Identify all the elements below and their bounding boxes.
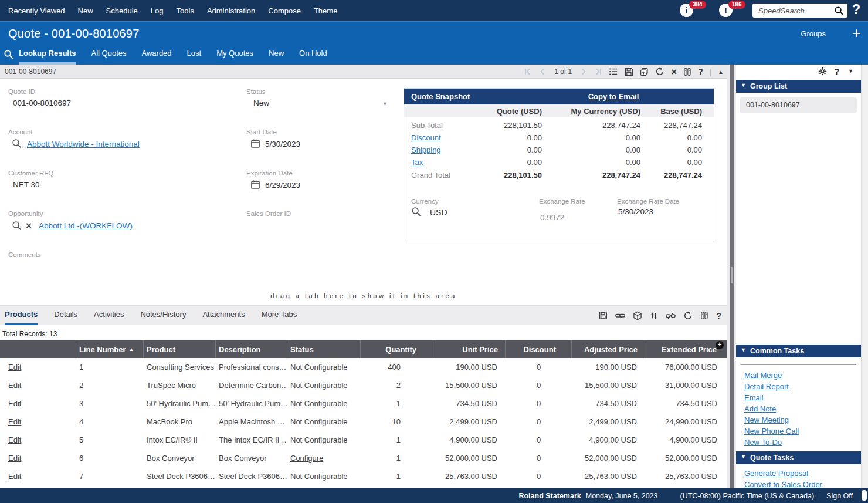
new-phone-call-link[interactable]: New Phone Call xyxy=(744,426,861,437)
first-record-icon[interactable] xyxy=(524,67,532,76)
column-quantity[interactable]: Quantity xyxy=(361,340,432,358)
tab-products[interactable]: Products xyxy=(5,306,38,325)
tab-notes-history[interactable]: Notes/History xyxy=(140,306,186,325)
scrollbar-thumb[interactable] xyxy=(862,490,867,501)
edit-link[interactable]: Edit xyxy=(0,376,76,394)
tab-on-hold[interactable]: On Hold xyxy=(299,45,327,65)
sort-icon[interactable] xyxy=(650,311,658,320)
panel-splitter[interactable] xyxy=(727,65,736,488)
status-dropdown-icon[interactable]: ▼ xyxy=(382,101,388,107)
menu-recently-viewed[interactable]: Recently Viewed xyxy=(8,6,65,15)
mail-merge-link[interactable]: Mail Merge xyxy=(744,370,861,381)
grid-refresh-icon[interactable] xyxy=(683,311,693,320)
next-record-icon[interactable] xyxy=(579,67,588,76)
tab-awarded[interactable]: Awarded xyxy=(142,45,172,65)
edit-link[interactable]: Edit xyxy=(0,358,76,376)
expiration-date-calendar-icon[interactable] xyxy=(250,180,260,190)
menu-compose[interactable]: Compose xyxy=(268,6,301,15)
tab-details[interactable]: Details xyxy=(54,306,77,325)
detail-report-link[interactable]: Detail Report xyxy=(744,381,861,392)
gear-icon[interactable] xyxy=(818,67,827,76)
tab-activities[interactable]: Activities xyxy=(94,306,124,325)
quote-tasks-header[interactable]: ▼ Quote Tasks xyxy=(736,451,861,464)
sign-off-button[interactable]: Sign Off xyxy=(826,492,853,500)
account-link[interactable]: Abbott Worldwide - International xyxy=(27,140,140,148)
field-chooser-icon[interactable] xyxy=(683,67,691,76)
collapse-panel-icon[interactable]: ▲ xyxy=(718,69,724,75)
add-column-icon[interactable]: + xyxy=(716,341,724,349)
record-help-icon[interactable]: ? xyxy=(698,67,703,76)
edit-link[interactable]: Edit xyxy=(0,431,76,449)
delete-record-icon[interactable]: × xyxy=(671,67,677,76)
lookup-search-icon[interactable] xyxy=(4,49,13,59)
shipping-link[interactable]: Shipping xyxy=(411,146,441,154)
sidebar-help-icon[interactable]: ? xyxy=(834,66,839,76)
generate-proposal-link[interactable]: Generate Proposal xyxy=(744,468,861,479)
menu-log[interactable]: Log xyxy=(151,6,164,15)
tab-new[interactable]: New xyxy=(269,45,284,65)
speedsearch-input[interactable] xyxy=(758,4,833,17)
list-view-icon[interactable] xyxy=(609,67,618,76)
copy-to-email-link[interactable]: Copy to Email xyxy=(588,92,639,101)
column-status[interactable]: Status xyxy=(287,340,361,358)
last-record-icon[interactable] xyxy=(594,67,602,76)
email-link[interactable]: Email xyxy=(744,392,861,403)
start-date-calendar-icon[interactable] xyxy=(250,139,260,148)
edit-link[interactable]: Edit xyxy=(0,467,76,485)
sidebar-menu-caret-icon[interactable]: ▼ xyxy=(848,68,853,74)
link-icon[interactable] xyxy=(615,312,625,319)
group-list-item[interactable]: 001-00-8010697 xyxy=(740,97,857,113)
column-description[interactable]: Description xyxy=(216,340,287,358)
status-select-value[interactable]: New xyxy=(253,99,269,107)
unlink-icon[interactable] xyxy=(666,312,676,320)
opportunity-link[interactable]: Abbott Ltd.-(WORKFLOW) xyxy=(39,221,133,230)
tab-lookup-results[interactable]: Lookup Results xyxy=(19,45,76,65)
edit-link[interactable]: Edit xyxy=(0,449,76,467)
column-unit-price[interactable]: Unit Price xyxy=(432,340,506,358)
menu-schedule[interactable]: Schedule xyxy=(106,6,138,15)
tab-all-quotes[interactable]: All Quotes xyxy=(91,45,127,65)
sidebar-scrollbar[interactable] xyxy=(861,65,868,488)
group-list-header[interactable]: ▼ Group List xyxy=(736,80,861,93)
add-icon[interactable]: + xyxy=(852,24,861,42)
search-icon[interactable] xyxy=(834,6,844,16)
refresh-icon[interactable] xyxy=(655,67,664,76)
currency-lookup-icon[interactable] xyxy=(411,207,421,217)
tab-lost[interactable]: Lost xyxy=(187,45,202,65)
column-discount[interactable]: Discount xyxy=(506,340,572,358)
help-icon[interactable]: ? xyxy=(852,2,860,18)
edit-link[interactable]: Edit xyxy=(0,413,76,431)
column-extended-price[interactable]: Extended Price xyxy=(645,340,727,358)
new-meeting-link[interactable]: New Meeting xyxy=(744,414,861,426)
column-adjusted-price[interactable]: Adjusted Price xyxy=(572,340,645,358)
opportunity-clear-icon[interactable]: × xyxy=(26,221,32,231)
opportunity-lookup-icon[interactable] xyxy=(12,221,22,231)
info-notifications-icon[interactable]: i 384 xyxy=(680,4,693,17)
add-note-link[interactable]: Add Note xyxy=(744,403,861,414)
previous-record-icon[interactable] xyxy=(538,67,547,76)
groups-button[interactable]: Groups xyxy=(801,29,826,38)
splitter-handle-icon[interactable] xyxy=(731,267,733,283)
tab-attachments[interactable]: Attachments xyxy=(202,306,245,325)
grid-save-icon[interactable] xyxy=(599,311,608,320)
menu-administration[interactable]: Administration xyxy=(207,6,255,15)
column-product[interactable]: Product xyxy=(144,340,216,358)
grid-field-chooser-icon[interactable] xyxy=(700,311,708,320)
menu-tools[interactable]: Tools xyxy=(177,6,194,15)
package-icon[interactable] xyxy=(633,311,642,320)
copy-record-icon[interactable] xyxy=(640,67,649,76)
common-tasks-header[interactable]: ▼ Common Tasks xyxy=(736,345,861,357)
new-to-do-link[interactable]: New To-Do xyxy=(744,437,861,448)
discount-link[interactable]: Discount xyxy=(411,133,441,142)
tab-more-tabs[interactable]: More Tabs xyxy=(262,306,297,325)
grid-help-icon[interactable]: ? xyxy=(716,311,721,320)
account-lookup-icon[interactable] xyxy=(12,139,22,148)
alert-notifications-icon[interactable]: ! 186 xyxy=(719,4,733,17)
menu-theme[interactable]: Theme xyxy=(314,6,337,15)
menu-new[interactable]: New xyxy=(78,6,93,15)
column-line-number[interactable]: Line Number▲ xyxy=(76,340,144,358)
save-icon[interactable] xyxy=(625,67,633,76)
tab-my-quotes[interactable]: My Quotes xyxy=(216,45,253,65)
tax-link[interactable]: Tax xyxy=(411,158,423,167)
configure-link[interactable]: Configure xyxy=(287,449,361,467)
